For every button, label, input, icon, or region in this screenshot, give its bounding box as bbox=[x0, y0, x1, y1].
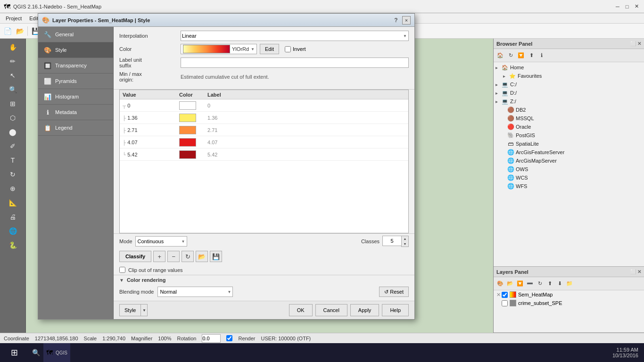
layer-item-crime[interactable]: ✕ crime_subset_SPE bbox=[494, 299, 644, 307]
color-rendering-expand[interactable]: ▼ bbox=[119, 278, 124, 283]
layer-refresh-btn[interactable]: ↻ bbox=[535, 279, 545, 288]
layers-panel-close-btn[interactable]: ✕ bbox=[637, 269, 641, 274]
classes-up-button[interactable]: ▲ bbox=[402, 236, 408, 241]
close-window-button[interactable]: ✕ bbox=[633, 3, 640, 10]
add-class-button[interactable]: + bbox=[153, 251, 165, 262]
maximize-button[interactable]: □ bbox=[623, 3, 631, 10]
table-row[interactable]: ┬ 0 0 bbox=[120, 99, 408, 112]
browser-panel-close-btn[interactable]: ✕ bbox=[637, 41, 641, 46]
apply-button[interactable]: Apply bbox=[350, 304, 380, 316]
sidebar-item-style[interactable]: 🎨 Style bbox=[38, 42, 113, 58]
layer-group-btn[interactable]: 📁 bbox=[565, 279, 574, 288]
python-tool[interactable]: 🐍 bbox=[6, 239, 20, 252]
style-dropdown-button[interactable]: ▼ bbox=[141, 304, 148, 316]
start-button[interactable]: ⊞ bbox=[0, 343, 28, 362]
browser-refresh-btn[interactable]: ↻ bbox=[506, 51, 515, 60]
browser-item-ows[interactable]: 🌐 OWS bbox=[494, 165, 644, 173]
layers-tool[interactable]: ⊞ bbox=[6, 97, 20, 110]
table-row[interactable]: ├ 4.07 4.07 bbox=[120, 136, 408, 148]
browser-collapse-btn[interactable]: ⬆ bbox=[527, 51, 536, 60]
browser-info-btn[interactable]: ℹ bbox=[537, 51, 546, 60]
rotate-tool[interactable]: ↻ bbox=[6, 168, 20, 181]
layer-heatmap-checkbox[interactable] bbox=[502, 292, 508, 298]
classify-button[interactable]: Classify bbox=[119, 251, 151, 262]
mode-select[interactable]: Continuous Equal Interval Quantile bbox=[135, 236, 187, 247]
browser-item-db2[interactable]: 🟤 DB2 bbox=[494, 106, 644, 114]
menu-project[interactable]: Project bbox=[2, 15, 25, 22]
browser-item-mssql[interactable]: 🟤 MSSQL bbox=[494, 114, 644, 123]
new-project-button[interactable]: 📄 bbox=[2, 25, 13, 37]
browser-item-oracle[interactable]: 🔴 Oracle bbox=[494, 123, 644, 131]
browser-item-z[interactable]: ▸ 💻 Z:/ bbox=[494, 97, 644, 106]
layer-up-btn[interactable]: ⬆ bbox=[545, 279, 554, 288]
browser-panel-float-btn[interactable]: ⬜ bbox=[630, 41, 636, 46]
interpolation-select[interactable]: Linear bbox=[181, 31, 409, 41]
sidebar-item-general[interactable]: 🔧 General bbox=[38, 27, 113, 42]
load-file-button[interactable]: 📂 bbox=[196, 251, 208, 262]
render-checkbox[interactable] bbox=[226, 335, 232, 341]
browser-home-btn[interactable]: 🏠 bbox=[495, 51, 505, 60]
save-file-button[interactable]: 💾 bbox=[210, 251, 222, 262]
browser-filter-btn[interactable]: 🔽 bbox=[516, 51, 526, 60]
color-ramp-button[interactable]: YlOrRd ▼ bbox=[181, 44, 257, 54]
table-row[interactable]: ├ 2.71 2.71 bbox=[120, 124, 408, 136]
measure-tool[interactable]: 📐 bbox=[6, 196, 20, 209]
dialog-close-button[interactable]: × bbox=[402, 16, 411, 25]
polygon-tool[interactable]: ⬡ bbox=[6, 111, 20, 124]
classes-down-button[interactable]: ▼ bbox=[402, 241, 408, 247]
layer-style-btn[interactable]: 🎨 bbox=[495, 279, 505, 288]
layer-down-btn[interactable]: ⬇ bbox=[555, 279, 564, 288]
browser-item-favourites[interactable]: ▸ ⭐ Favourites bbox=[494, 72, 644, 80]
taskbar-qgis-item[interactable]: 🗺 QGIS bbox=[43, 343, 70, 362]
edit-tool[interactable]: ✐ bbox=[6, 140, 20, 153]
browser-item-arcgis-feature[interactable]: 🌐 ArcGisFeatureServer bbox=[494, 148, 644, 156]
style-button[interactable]: Style bbox=[119, 304, 141, 316]
blending-select[interactable]: Normal Lighten Darken Multiply Screen bbox=[157, 287, 233, 297]
layer-crime-checkbox[interactable] bbox=[502, 300, 508, 306]
globe-tool[interactable]: 🌐 bbox=[6, 224, 20, 238]
classes-input[interactable] bbox=[382, 236, 401, 246]
layer-remove-btn[interactable]: ➖ bbox=[525, 279, 535, 288]
layers-panel-float-btn[interactable]: ⬜ bbox=[630, 269, 636, 274]
refresh-button[interactable]: ↻ bbox=[182, 251, 194, 262]
sidebar-item-pyramids[interactable]: ⬜ Pyramids bbox=[38, 74, 113, 89]
sidebar-item-histogram[interactable]: 📊 Histogram bbox=[38, 89, 113, 105]
open-project-button[interactable]: 📂 bbox=[14, 25, 25, 37]
edit-button[interactable]: Edit bbox=[260, 44, 279, 54]
label-tool[interactable]: T bbox=[6, 154, 20, 167]
dialog-help-button[interactable]: ? bbox=[392, 16, 400, 25]
sidebar-item-transparency[interactable]: 🔲 Transparency bbox=[38, 58, 113, 74]
clip-checkbox[interactable] bbox=[119, 267, 125, 273]
table-row[interactable]: └ 5.42 5.42 bbox=[120, 148, 408, 161]
search-button[interactable]: 🔍 bbox=[28, 343, 43, 362]
layer-open-btn[interactable]: 📂 bbox=[505, 279, 515, 288]
snap-tool[interactable]: ⊕ bbox=[6, 182, 20, 195]
ok-button[interactable]: OK bbox=[289, 304, 313, 316]
minimize-button[interactable]: ─ bbox=[614, 3, 621, 10]
zoom-tool[interactable]: 🔍 bbox=[6, 83, 20, 96]
browser-item-d[interactable]: ▸ 💻 D:/ bbox=[494, 89, 644, 97]
label-unit-input[interactable] bbox=[181, 58, 409, 68]
table-row[interactable]: ├ 1.36 1.36 bbox=[120, 112, 408, 124]
browser-item-arcgis-map[interactable]: 🌐 ArcGisMapServer bbox=[494, 156, 644, 165]
help-button[interactable]: Help bbox=[382, 304, 409, 316]
browser-item-wcs[interactable]: 🌐 WCS bbox=[494, 173, 644, 182]
print-tool[interactable]: 🖨 bbox=[6, 210, 20, 223]
browser-item-wfs[interactable]: 🌐 WFS bbox=[494, 182, 644, 190]
browser-item-c[interactable]: ▸ 💻 C:/ bbox=[494, 80, 644, 89]
layer-filter-btn[interactable]: 🔽 bbox=[515, 279, 525, 288]
layer-item-heatmap[interactable]: ✕ Sem_HeatMap bbox=[494, 290, 644, 299]
arrow-tool[interactable]: ↖ bbox=[6, 69, 20, 82]
invert-checkbox[interactable] bbox=[285, 46, 291, 52]
pan-tool[interactable]: ✋ bbox=[6, 41, 20, 54]
rotation-input[interactable] bbox=[202, 334, 221, 343]
sidebar-item-metadata[interactable]: ℹ Metadata bbox=[38, 105, 113, 120]
browser-item-home[interactable]: ▸ 🏠 Home bbox=[494, 63, 644, 72]
browser-item-postgis[interactable]: 🐘 PostGIS bbox=[494, 131, 644, 140]
cancel-button[interactable]: Cancel bbox=[315, 304, 347, 316]
browser-item-spatialite[interactable]: 🗃 SpatiaLite bbox=[494, 140, 644, 148]
node-tool[interactable]: ⬤ bbox=[6, 125, 20, 139]
remove-class-button[interactable]: − bbox=[167, 251, 180, 262]
sidebar-item-legend[interactable]: 📋 Legend bbox=[38, 120, 113, 136]
draw-tool[interactable]: ✏ bbox=[6, 55, 20, 68]
